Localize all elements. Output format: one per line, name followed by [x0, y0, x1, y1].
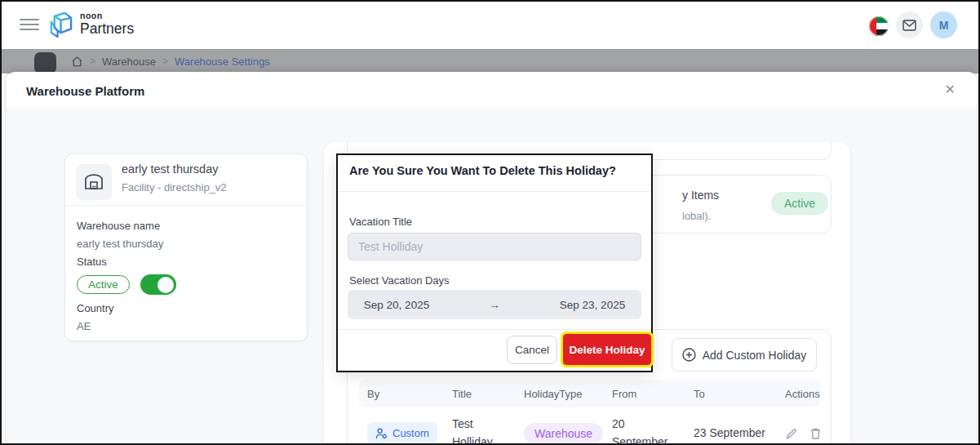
brand-noon: noon: [80, 11, 134, 20]
circle-plus-icon: [682, 348, 696, 362]
col-to: To: [685, 388, 777, 400]
col-title: Title: [444, 388, 516, 400]
noon-partners-logo: noon Partners: [47, 11, 134, 39]
delete-holiday-modal: Are You Sure You Want To Delete This Hol…: [336, 154, 653, 372]
row-from: 20 September: [604, 416, 685, 445]
envelope-icon: [902, 20, 916, 31]
col-from: From: [604, 388, 685, 400]
home-icon[interactable]: [71, 56, 83, 68]
modal-title: Are You Sure You Want To Delete This Hol…: [349, 164, 616, 177]
col-holidaytype: HolidayType: [516, 388, 604, 400]
add-custom-holiday-label: Add Custom Holiday: [703, 349, 807, 362]
date-from[interactable]: Sep 20, 2025: [348, 299, 446, 311]
row-to: 23 September: [685, 425, 777, 443]
modal-divider: [338, 191, 651, 192]
holiday-type-badge: Warehouse: [524, 423, 603, 444]
modal-divider: [338, 329, 651, 330]
add-custom-holiday-button[interactable]: Add Custom Holiday: [672, 338, 817, 372]
uae-flag-icon[interactable]: [869, 16, 889, 36]
warehouse-icon: [83, 172, 104, 192]
breadcrumb-separator: >: [90, 56, 95, 67]
breadcrumb-warehouse[interactable]: Warehouse: [102, 56, 156, 68]
vacation-title-input[interactable]: Test Holliday: [348, 233, 641, 260]
app-window: noon Partners M: [0, 0, 980, 445]
date-to[interactable]: Sep 23, 2025: [543, 299, 641, 311]
holidays-table-header: By Title HolidayType From To Actions: [359, 380, 821, 407]
page-title: Warehouse Platform: [26, 84, 144, 98]
holidays-table: By Title HolidayType From To Actions: [359, 380, 821, 445]
dimmed-overlay-strip: > Warehouse > Warehouse Settings: [2, 49, 978, 73]
status-badge: Active: [77, 275, 130, 294]
warehouse-facility: Facility - directship_v2: [122, 181, 227, 194]
by-badge-label: Custom: [392, 427, 429, 439]
sidebar-logo-sliver: [34, 52, 56, 73]
messages-button[interactable]: [896, 11, 923, 38]
warehouse-iconbox: [76, 164, 112, 200]
noon-cube-icon: [47, 11, 74, 39]
table-row: Custom Test Holliday Warehouse 20 Septem…: [359, 407, 821, 445]
col-actions: Actions: [777, 388, 825, 400]
date-range-picker[interactable]: Sep 20, 2025 → Sep 23, 2025: [348, 290, 641, 319]
warehouse-info-card: early test thursday Facility - directshi…: [64, 154, 308, 341]
edit-pencil-icon[interactable]: [785, 427, 798, 440]
country-label: Country: [77, 302, 295, 314]
arrow-right-icon: →: [446, 299, 543, 311]
items-title-fragment: y Items: [682, 189, 719, 202]
vacation-days-label: Select Vacation Days: [349, 274, 450, 287]
breadcrumb: > Warehouse > Warehouse Settings: [71, 49, 270, 73]
country-value: AE: [77, 320, 295, 332]
col-by: By: [359, 388, 444, 400]
hamburger-menu-icon[interactable]: [20, 19, 39, 30]
delete-trash-icon[interactable]: [809, 427, 822, 440]
panel-content: early test thursday Facility - directshi…: [7, 108, 977, 445]
items-active-badge: Active: [771, 192, 828, 215]
status-label: Status: [77, 256, 295, 268]
custom-by-badge[interactable]: Custom: [367, 422, 437, 444]
warehouse-platform-panel: Warehouse Platform ✕ early test thursday…: [7, 72, 977, 445]
cancel-button[interactable]: Cancel: [507, 336, 557, 364]
row-title: Test Holliday: [444, 416, 516, 445]
warehouse-title: early test thursday: [122, 162, 218, 176]
user-gear-icon: [375, 428, 388, 439]
top-bar: noon Partners M: [2, 2, 978, 49]
warehouse-name-value: early test thursday: [77, 238, 295, 250]
delete-holiday-button[interactable]: Delete Holiday: [563, 334, 651, 365]
status-toggle[interactable]: [140, 274, 176, 295]
vacation-title-label: Vacation Title: [349, 216, 412, 228]
breadcrumb-warehouse-settings[interactable]: Warehouse Settings: [175, 56, 270, 68]
close-icon[interactable]: ✕: [945, 82, 956, 97]
brand-partners: Partners: [80, 20, 134, 38]
warehouse-name-label: Warehouse name: [77, 220, 295, 232]
user-avatar[interactable]: M: [930, 11, 957, 38]
breadcrumb-separator: >: [162, 56, 168, 67]
items-subtitle-fragment: lobal).: [682, 210, 711, 222]
